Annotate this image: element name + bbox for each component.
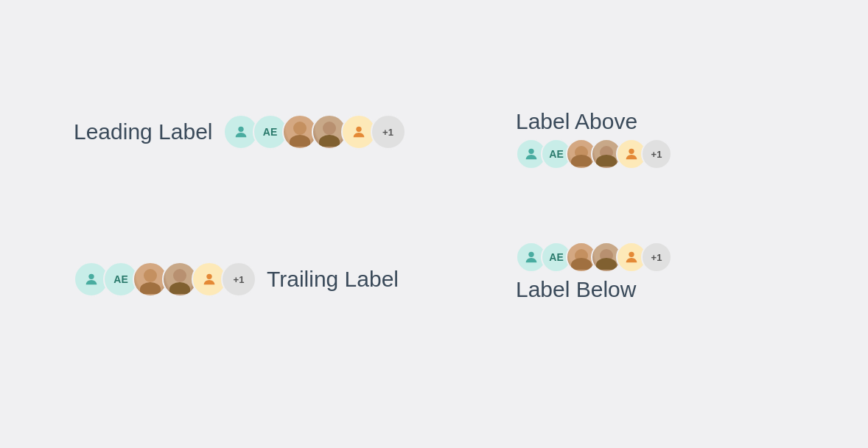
count-text: +1 (382, 127, 393, 138)
leading-label: Leading Label (74, 119, 213, 144)
section-label-below: AE +1 Label Below (516, 242, 672, 302)
monogram-text-2: AE (113, 273, 127, 285)
person-icon-orange (351, 124, 367, 140)
avatar-count-3[interactable]: +1 (641, 139, 672, 169)
svg-point-0 (238, 127, 243, 132)
avatar-stack-trailing: AE +1 (74, 262, 256, 297)
svg-point-6 (528, 252, 533, 257)
section-trailing: AE +1 Trailing Label (74, 262, 399, 297)
person-icon-4 (523, 249, 539, 265)
label-above-text: Label Above (516, 109, 637, 134)
count-text-2: +1 (234, 274, 245, 285)
avatar-count-4[interactable]: +1 (641, 242, 672, 273)
section-leading: Leading Label AE +1 (74, 114, 406, 150)
label-below-text: Label Below (516, 277, 636, 302)
svg-point-7 (629, 252, 634, 257)
person-icon-2 (83, 271, 99, 287)
avatar-stack-leading: AE +1 (223, 114, 406, 150)
person-icon-orange-4 (623, 249, 640, 265)
monogram-text: AE (263, 126, 277, 138)
person-icon (233, 124, 249, 140)
count-text-3: +1 (651, 149, 662, 160)
trailing-label: Trailing Label (267, 267, 399, 292)
person-icon-orange-2 (201, 271, 217, 287)
person-icon-orange-3 (623, 146, 640, 162)
monogram-text-3: AE (549, 148, 563, 160)
avatar-stack-above: AE +1 (516, 139, 672, 169)
svg-point-2 (88, 274, 94, 279)
avatar-count-1[interactable]: +1 (371, 114, 406, 150)
svg-point-5 (629, 149, 634, 154)
person-icon-3 (523, 146, 539, 162)
section-label-above: Label Above AE +1 (516, 109, 672, 169)
avatar-count-2[interactable]: +1 (221, 262, 256, 297)
canvas: Leading Label AE +1 (0, 0, 868, 448)
monogram-text-4: AE (549, 251, 563, 263)
svg-point-4 (528, 149, 533, 154)
avatar-stack-below: AE +1 (516, 242, 672, 273)
svg-point-1 (356, 127, 361, 132)
count-text-4: +1 (651, 252, 662, 263)
svg-point-3 (206, 274, 211, 279)
